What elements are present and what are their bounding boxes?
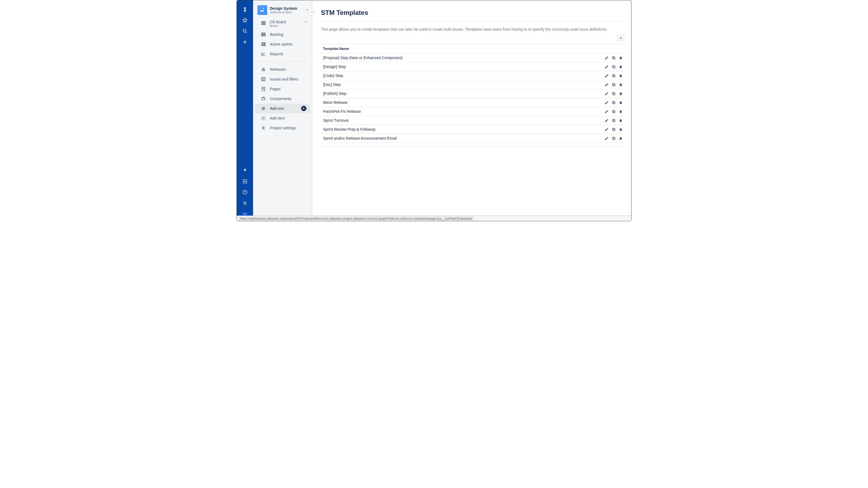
copy-icon[interactable]: [611, 118, 616, 123]
sidebar-item-backlog[interactable]: Backlog: [255, 30, 310, 39]
svg-point-33: [263, 108, 264, 109]
sidebar-item-components[interactable]: Components: [255, 94, 310, 104]
svg-rect-50: [613, 120, 615, 122]
svg-rect-38: [613, 66, 615, 68]
edit-icon[interactable]: [604, 136, 609, 141]
edit-icon[interactable]: [604, 91, 609, 96]
copy-icon[interactable]: [611, 91, 616, 96]
trash-icon[interactable]: [618, 109, 623, 114]
trash-icon[interactable]: [618, 55, 623, 60]
copy-icon[interactable]: [611, 109, 616, 114]
trash-icon[interactable]: [618, 82, 623, 87]
edit-icon[interactable]: [604, 64, 609, 69]
svg-rect-2: [243, 180, 244, 180]
svg-point-14: [263, 8, 264, 9]
svg-rect-42: [613, 84, 615, 86]
svg-point-0: [243, 29, 246, 32]
trash-icon[interactable]: [618, 73, 623, 78]
search-icon[interactable]: [242, 28, 248, 34]
template-name: [Publish] Step: [323, 91, 604, 96]
svg-rect-7: [246, 181, 247, 182]
sidebar-item-label: Components: [270, 97, 307, 101]
notifications-icon[interactable]: [242, 167, 248, 174]
backlog-icon: [261, 32, 266, 37]
edit-icon[interactable]: [604, 118, 609, 123]
svg-rect-37: [612, 56, 614, 59]
copy-icon[interactable]: [611, 136, 616, 141]
table-header: Template Name: [321, 44, 625, 53]
sidebar-item-reports[interactable]: Reports: [255, 49, 310, 59]
svg-rect-17: [265, 22, 265, 25]
chevron-down-icon[interactable]: [304, 20, 308, 24]
svg-rect-15: [261, 22, 262, 25]
svg-rect-55: [612, 137, 614, 139]
sidebar-item-sprints[interactable]: Active sprints: [255, 39, 310, 49]
svg-rect-45: [612, 92, 614, 94]
svg-rect-6: [244, 181, 245, 182]
svg-rect-52: [613, 129, 615, 131]
sidebar-item-board[interactable]: DS board Board: [255, 19, 310, 29]
svg-rect-40: [613, 75, 615, 77]
project-header[interactable]: Design System Software project: [253, 5, 312, 15]
trash-icon[interactable]: [618, 100, 623, 105]
table-row: Sprint Turnover: [321, 116, 625, 125]
trash-icon[interactable]: [618, 136, 623, 141]
svg-rect-53: [612, 128, 614, 130]
sidebar-item-label: Active sprints: [270, 42, 307, 46]
table-row: [Design] Step: [321, 62, 625, 71]
help-icon[interactable]: ?: [242, 189, 248, 195]
svg-point-32: [262, 107, 265, 110]
trash-icon[interactable]: [618, 64, 623, 69]
edit-icon[interactable]: [604, 73, 609, 78]
sidebar-item-label: Releases: [270, 67, 307, 72]
svg-rect-10: [246, 183, 247, 183]
ship-icon: [261, 67, 266, 72]
svg-rect-20: [261, 35, 265, 36]
sidebar-item-additem[interactable]: Add item: [255, 113, 310, 123]
svg-rect-36: [613, 57, 615, 59]
svg-rect-31: [262, 97, 264, 98]
gear-icon: [261, 125, 266, 131]
component-icon: [261, 96, 266, 101]
edit-icon[interactable]: [604, 127, 609, 132]
star-icon[interactable]: [242, 17, 248, 24]
copy-icon[interactable]: [611, 73, 616, 78]
templates-table: Template Name [Propose] Step (New or Enh…: [321, 44, 625, 143]
edit-icon[interactable]: [604, 109, 609, 114]
board2-icon: [261, 76, 266, 82]
sidebar-item-releases[interactable]: Releases: [255, 65, 310, 74]
gear-icon[interactable]: [242, 200, 248, 206]
column-header-name: Template Name: [323, 46, 623, 51]
svg-rect-44: [613, 93, 615, 95]
svg-line-1: [246, 32, 247, 33]
sidebar-item-issues[interactable]: Issues and filters: [255, 74, 310, 84]
trash-icon[interactable]: [618, 118, 623, 123]
copy-icon[interactable]: [611, 82, 616, 87]
svg-rect-16: [263, 22, 264, 25]
copy-icon[interactable]: [611, 64, 616, 69]
ring-icon: [261, 106, 266, 111]
row-actions: [604, 73, 623, 78]
add-template-button[interactable]: [617, 34, 625, 42]
svg-rect-46: [613, 102, 615, 104]
app-switcher-icon[interactable]: [242, 178, 248, 185]
copy-icon[interactable]: [611, 55, 616, 60]
sidebar-item-label: Backlog: [270, 32, 307, 37]
trash-icon[interactable]: [618, 127, 623, 132]
copy-icon[interactable]: [611, 127, 616, 132]
table-row: Sprint Review Prep & Followup: [321, 125, 625, 134]
create-icon[interactable]: [242, 39, 248, 45]
copy-icon[interactable]: [611, 100, 616, 105]
edit-icon[interactable]: [604, 55, 609, 60]
edit-icon[interactable]: [604, 82, 609, 87]
svg-rect-41: [612, 74, 614, 76]
columns-icon: [261, 41, 266, 47]
edit-icon[interactable]: [604, 100, 609, 105]
jira-logo-icon[interactable]: [242, 6, 248, 13]
page-title: STM Templates: [321, 9, 625, 17]
template-name: Sprint Turnover: [323, 118, 604, 123]
trash-icon[interactable]: [618, 91, 623, 96]
sidebar-item-addons[interactable]: Add-ons: [255, 104, 310, 113]
sidebar-item-settings[interactable]: Project settings: [255, 123, 310, 133]
sidebar-item-pages[interactable]: Pages: [255, 84, 310, 94]
